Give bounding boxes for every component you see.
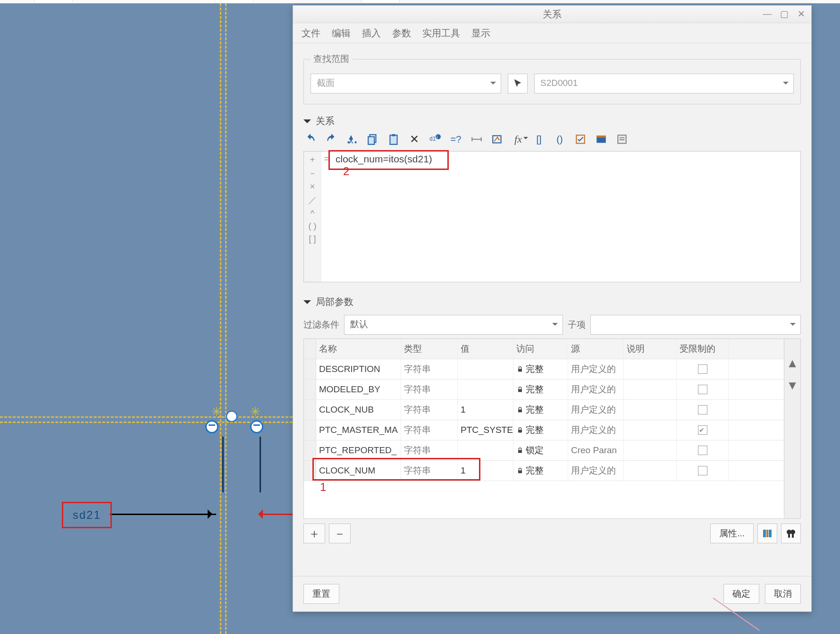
dialog-title: 关系 [543,8,562,21]
highlight-box-row [312,458,480,481]
table-row[interactable]: MODELED_BY字符串完整用户定义的 [304,380,784,400]
cancel-button[interactable]: 取消 [765,584,801,604]
witness-line [260,437,261,492]
redo-icon[interactable] [324,132,338,146]
table-row[interactable]: CLOCK_NUB字符串1完整用户定义的 [304,400,784,420]
axis-h2 [0,422,293,423]
axis-h [0,416,293,418]
scope-type-combo[interactable]: 截面 [311,74,501,93]
relations-editor: ＋ － × ／ ^ ( ) [ ] = clock_num=itos(sd21)… [303,151,801,282]
svg-rect-12 [518,369,522,372]
operator-gutter: ＋ － × ／ ^ ( ) [ ] [304,152,321,282]
equals-label: = [321,152,332,282]
maximize-button[interactable]: ▢ [778,8,790,20]
parens-icon[interactable] [553,132,567,146]
relations-section-title: 关系 [316,115,335,127]
svg-rect-15 [518,430,522,432]
verify-icon[interactable] [573,132,588,146]
constraint-icon: ✳ [250,407,260,416]
menu-params[interactable]: 参数 [392,27,411,40]
local-params-section-header[interactable]: 局部参数 [303,293,801,312]
local-params-title: 局部参数 [316,296,353,308]
dimension-arrow-right [262,514,295,515]
op-pow[interactable]: ^ [311,209,314,219]
pick-button[interactable] [508,74,528,93]
op-mul[interactable]: × [310,182,315,192]
origin-marker [226,411,237,422]
app-ribbon [0,0,840,3]
dimension-handle[interactable] [250,420,263,433]
relations-dialog: 关系 — ▢ ✕ 文件 编辑 插入 参数 实用工具 显示 查找范围 截面 [293,5,812,612]
columns-icon[interactable] [757,524,777,543]
highlight-box [328,150,449,170]
add-param-button[interactable]: ＋ [303,524,325,543]
menu-file[interactable]: 文件 [302,27,320,40]
op-plus[interactable]: ＋ [308,153,317,165]
scope-item-combo[interactable]: S2D0001 [534,74,794,93]
delete-icon[interactable]: ✕ [407,132,421,146]
op-minus[interactable]: － [308,168,317,179]
collapse-icon [303,119,311,127]
properties-button[interactable]: 属性... [710,524,754,543]
svg-text:i: i [437,135,437,140]
brackets-icon[interactable] [532,132,546,146]
dimension-icon[interactable] [470,132,484,146]
dialog-footer: 重置 确定 取消 [293,576,811,611]
cursor-icon [512,78,523,89]
svg-text:d1: d1 [429,135,436,142]
table-icon[interactable] [594,132,608,146]
sketch-icon[interactable] [490,132,504,146]
params-table-header: 名称 类型 值 访问 源 说明 受限制的 [304,339,784,359]
find-icon[interactable] [781,524,801,543]
close-button[interactable]: ✕ [795,8,807,20]
move-down-button[interactable]: ▼ [786,378,798,393]
relations-section-header[interactable]: 关系 [303,112,801,131]
dimension-handle[interactable] [205,420,218,433]
copy-icon[interactable] [366,132,380,146]
local-actions-row: ＋ － 属性... [303,524,801,543]
ok-button[interactable]: 确定 [723,584,759,604]
svg-rect-14 [518,409,522,412]
menu-display[interactable]: 显示 [471,27,490,40]
relations-toolbar: ✕ d1i =? fx [303,131,801,151]
dialog-titlebar[interactable]: 关系 — ▢ ✕ [293,6,811,23]
units-icon[interactable]: d1i [428,132,442,146]
svg-rect-18 [763,530,766,537]
evaluate-icon[interactable]: =? [449,132,463,146]
cut-icon[interactable] [345,132,359,146]
move-up-button[interactable]: ▲ [786,356,798,371]
params-table[interactable]: 名称 类型 值 访问 源 说明 受限制的 DESCRIPTION字符串完整用户定… [304,339,784,518]
constraint-icon: ✳ [211,407,221,416]
svg-rect-19 [766,530,768,537]
svg-rect-10 [596,135,606,137]
minimize-button[interactable]: — [761,8,773,20]
note-icon[interactable] [615,132,629,146]
scope-legend: 查找范围 [311,53,352,65]
menu-insert[interactable]: 插入 [362,27,381,40]
svg-rect-17 [518,470,522,473]
svg-rect-16 [518,450,522,453]
svg-rect-24 [792,534,794,538]
op-brk[interactable]: [ ] [309,234,316,244]
viewport: ✳ ✳ sd21 关系 — ▢ ✕ 文件 编辑 插入 参数 实用工具 显示 查找… [0,0,840,634]
subitem-label: 子项 [568,319,586,331]
paste-icon[interactable] [386,132,401,146]
op-paren[interactable]: ( ) [309,221,317,231]
function-icon[interactable]: fx [511,132,525,146]
remove-param-button[interactable]: － [329,524,351,543]
dimension-label[interactable]: sd21 [62,502,112,528]
op-div[interactable]: ／ [308,194,317,206]
table-row[interactable]: PTC_MASTER_MA字符串PTC_SYSTE完整用户定义的 [304,420,784,440]
filter-combo[interactable]: 默认 [344,315,563,335]
reset-button[interactable]: 重置 [303,584,339,604]
menu-tools[interactable]: 实用工具 [422,27,460,40]
code-area[interactable]: clock_num=itos(sd21) 2 [332,152,800,282]
table-row[interactable]: DESCRIPTION字符串完整用户定义的 [304,359,784,380]
subitem-combo[interactable] [590,315,801,335]
undo-icon[interactable] [303,132,318,146]
collapse-icon [303,300,311,308]
annotation-1: 1 [320,481,326,494]
menu-edit[interactable]: 编辑 [332,27,351,40]
svg-rect-23 [788,534,790,538]
witness-line [222,437,224,492]
